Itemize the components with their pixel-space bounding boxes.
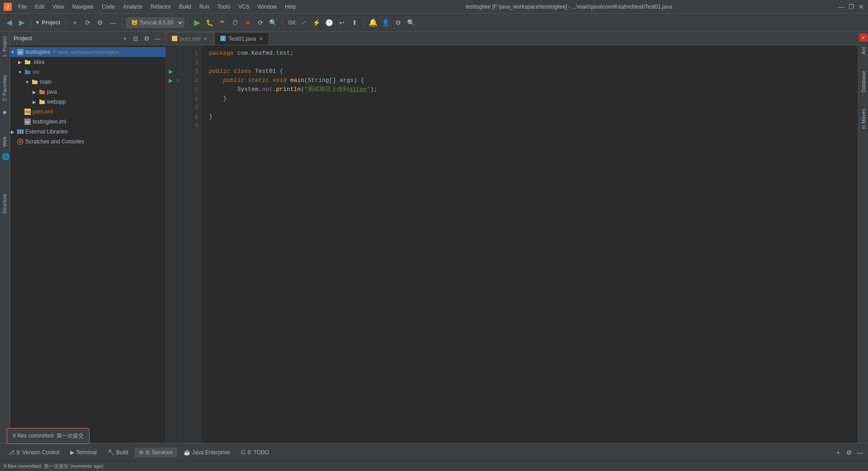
git-rollback-button[interactable]: ↩ [337, 17, 347, 28]
panel-add-button[interactable]: + [120, 34, 129, 43]
tree-item-webapp[interactable]: ▶ webapp [10, 97, 166, 107]
settings-button[interactable]: ⚙ [95, 17, 106, 28]
tab-pom-close[interactable]: ✕ [203, 36, 208, 42]
tree-item-main[interactable]: ▼ main [10, 77, 166, 87]
ant-badge[interactable]: ✓ [859, 33, 868, 42]
tree-item-src[interactable]: ▼ src [10, 67, 166, 77]
bottom-settings-button[interactable]: ⚙ [844, 448, 854, 457]
menu-code[interactable]: Code [98, 3, 119, 11]
bottom-tab-build[interactable]: 🔨 Build [103, 447, 133, 457]
user-button[interactable]: 👤 [380, 17, 391, 28]
tab-pom[interactable]: pom.xml ✕ [166, 32, 213, 45]
sync-button[interactable]: ⟳ [82, 17, 93, 28]
maximize-button[interactable]: ❐ [848, 4, 854, 10]
menu-build[interactable]: Build [175, 3, 195, 11]
bottom-tab-terminal[interactable]: ▶ Terminal [66, 447, 101, 457]
back-button[interactable]: ◀ [4, 17, 14, 28]
menu-view[interactable]: View [49, 3, 68, 11]
panel-collapse-button[interactable]: ⊟ [131, 34, 140, 43]
code-content[interactable]: package com.Keafmd.test; public class Te… [202, 45, 853, 443]
tree-item-java[interactable]: ▶ java [10, 87, 166, 97]
search-everywhere-button[interactable]: 🔍 [406, 17, 417, 28]
main-area: 1: Project 2: Favorites ★ Web 🌐 Structur… [0, 32, 868, 443]
run-arrow-4[interactable]: ▶ [166, 76, 175, 85]
git-push-button[interactable]: ⬆ [349, 17, 360, 28]
menu-refactor[interactable]: Refactor [147, 3, 175, 11]
forward-button[interactable]: ▶ [16, 17, 27, 28]
collapse-button[interactable]: — [108, 17, 119, 28]
database-tool-button[interactable]: Database [860, 67, 867, 96]
web-tool-button[interactable]: Web [0, 132, 9, 151]
tab-test01-close[interactable]: ✕ [259, 36, 263, 42]
module-icon: m [17, 48, 24, 56]
menu-analyze[interactable]: Analyze [119, 3, 146, 11]
git-history-button[interactable]: 🕐 [324, 17, 335, 28]
structure-tool-button[interactable]: Structure [0, 189, 9, 219]
close-button[interactable]: ✕ [858, 4, 864, 10]
profile-button[interactable]: ⏱ [230, 17, 241, 28]
method-name-main: main [290, 77, 304, 84]
gutter-run: ▶ ▶ [166, 45, 175, 443]
bottom-tab-services[interactable]: ⚙ 8: Services [134, 447, 177, 457]
bottom-tab-java-enterprise[interactable]: ☕ Java Enterprise [179, 447, 234, 457]
menu-bar: File Edit View Navigate Code Analyze Ref… [14, 3, 300, 11]
panel-settings-button[interactable]: ⚙ [142, 34, 151, 43]
menu-tools[interactable]: Tools [214, 3, 234, 11]
editor-scrollbar[interactable] [853, 45, 858, 443]
ant-tool-button[interactable]: Ant [860, 43, 867, 58]
tab-test01[interactable]: J Test01.java ✕ [214, 32, 269, 45]
notifications-button[interactable]: 🔔 [368, 17, 379, 28]
tree-item-root[interactable]: ▼ m testtogitee F:\java_workspace\testto… [10, 47, 166, 57]
bottom-tab-todo[interactable]: ☑ 6: TODO [236, 447, 274, 457]
menu-vcs[interactable]: VCS [235, 3, 253, 11]
debug-button[interactable]: 🐛 [204, 17, 215, 28]
minimize-button[interactable]: — [838, 4, 844, 10]
project-dropdown-label[interactable]: ▼ Project [35, 19, 60, 26]
menu-run[interactable]: Run [196, 3, 213, 11]
favorites-star-button[interactable]: ★ [0, 106, 9, 119]
terminal-label: Terminal [76, 449, 96, 456]
fold-marker-4[interactable]: ⊟ [175, 76, 181, 85]
search-button[interactable]: 🔍 [268, 17, 279, 28]
title-bar: J File Edit View Navigate Code Analyze R… [0, 0, 868, 14]
keyword-void: void [272, 77, 286, 84]
coverage-button[interactable]: ☂ [217, 17, 228, 28]
reload-button[interactable]: ⟳ [255, 17, 266, 28]
tree-item-pom[interactable]: XML pom.xml [10, 107, 166, 117]
tree-label-java: java [47, 89, 57, 95]
right-tool-strip: ✓ Ant Database m Maven [858, 32, 868, 443]
project-tool-button[interactable]: 1: Project [0, 32, 9, 62]
panel-header: Project + ⊟ ⚙ — [10, 32, 166, 45]
tab-test01-label: Test01.java [228, 36, 256, 42]
bottom-add-button[interactable]: + [834, 448, 843, 457]
panel-close-button[interactable]: — [153, 34, 162, 43]
fold-3 [175, 67, 181, 76]
menu-file[interactable]: File [14, 3, 30, 11]
git-merge-button[interactable]: ⚡ [311, 17, 322, 28]
gutter-line-5 [166, 85, 175, 94]
maven-tool-button[interactable]: m Maven [860, 105, 867, 133]
menu-help[interactable]: Help [281, 3, 300, 11]
tree-item-scratches[interactable]: Scratches and Consoles [10, 137, 166, 147]
tree-arrow-java: ▶ [32, 89, 37, 95]
menu-window[interactable]: Window [254, 3, 280, 11]
run-arrow-3[interactable]: ▶ [166, 67, 175, 76]
add-config-button[interactable]: + [70, 17, 81, 28]
git-check-button[interactable]: ✓ [299, 17, 309, 28]
menu-navigate[interactable]: Navigate [69, 3, 97, 11]
line-num-6: 6 [181, 94, 202, 103]
menu-edit[interactable]: Edit [31, 3, 48, 11]
svg-rect-9 [19, 129, 21, 134]
bottom-tab-version-control[interactable]: ⎇ 9: Version Control [4, 447, 64, 457]
tree-item-external[interactable]: ▶ External Libraries [10, 127, 166, 137]
keyword-public-3: public [209, 68, 230, 75]
favorites-tool-button[interactable]: 2: Favorites [0, 71, 9, 105]
stop-button[interactable]: ■ [242, 17, 253, 28]
tree-item-iml[interactable]: IML testtogitee.iml [10, 117, 166, 127]
ide-settings-button[interactable]: ⚙ [393, 17, 404, 28]
tree-item-idea[interactable]: ▶ .idea [10, 57, 166, 67]
run-config-select[interactable]: 🐱 Tomcat 8.5.60 [126, 18, 184, 28]
run-button[interactable]: ▶ [192, 17, 203, 28]
bottom-minimize-button[interactable]: — [855, 448, 864, 457]
vc-label: 9: Version Control [16, 449, 59, 456]
